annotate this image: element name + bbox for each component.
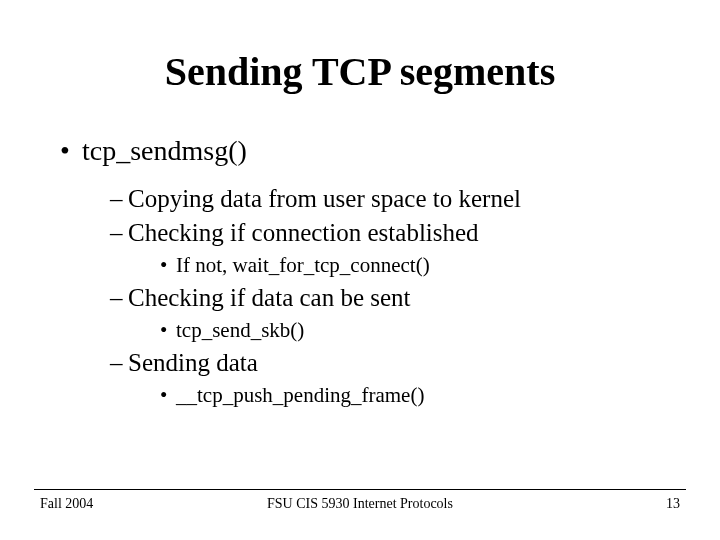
dash-icon: – [110,185,128,213]
bullet-level3: •If not, wait_for_tcp_connect() [160,253,680,278]
bullet-text: tcp_sendmsg() [82,135,247,166]
bullet-level3: •__tcp_push_pending_frame() [160,383,680,408]
footer-date: Fall 2004 [40,496,200,512]
slide-title: Sending TCP segments [40,48,680,95]
bullet-text: Sending data [128,349,258,376]
bullet-text: Checking if data can be sent [128,284,411,311]
footer-page-number: 13 [520,496,680,512]
footer: Fall 2004 FSU CIS 5930 Internet Protocol… [0,489,720,512]
slide: Sending TCP segments •tcp_sendmsg() –Cop… [0,0,720,540]
dash-icon: – [110,349,128,377]
bullet-text: __tcp_push_pending_frame() [176,383,424,407]
bullet-level1: •tcp_sendmsg() [60,135,680,167]
bullet-level2: –Copying data from user space to kernel [110,185,680,213]
bullet-text: tcp_send_skb() [176,318,304,342]
bullet-dot-icon: • [60,135,82,167]
bullet-dot-icon: • [160,253,176,278]
bullet-text: Copying data from user space to kernel [128,185,521,212]
bullet-level2: –Checking if connection established [110,219,680,247]
bullet-text: Checking if connection established [128,219,479,246]
bullet-dot-icon: • [160,383,176,408]
bullet-level2: –Sending data [110,349,680,377]
footer-course: FSU CIS 5930 Internet Protocols [200,496,520,512]
bullet-text: If not, wait_for_tcp_connect() [176,253,430,277]
bullet-dot-icon: • [160,318,176,343]
bullet-level2: –Checking if data can be sent [110,284,680,312]
footer-row: Fall 2004 FSU CIS 5930 Internet Protocol… [0,496,720,512]
dash-icon: – [110,219,128,247]
bullet-level3: •tcp_send_skb() [160,318,680,343]
footer-divider [34,489,686,490]
dash-icon: – [110,284,128,312]
